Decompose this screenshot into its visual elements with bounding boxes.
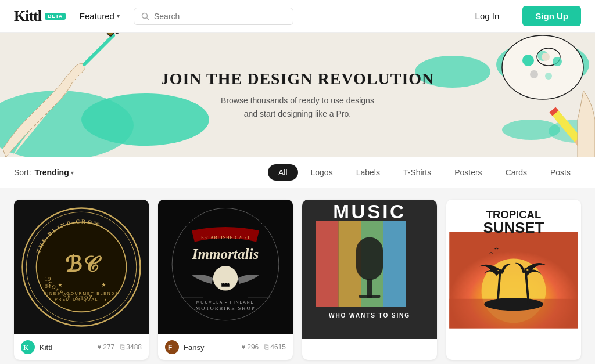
svg-point-5 bbox=[114, 33, 124, 34]
svg-text:★: ★ bbox=[101, 282, 106, 288]
search-bar bbox=[134, 8, 293, 25]
featured-menu-button[interactable]: Featured ▾ bbox=[80, 11, 120, 21]
card-1-copies: ⎘ 3488 bbox=[120, 343, 142, 351]
copy-icon-2: ⎘ bbox=[264, 343, 268, 351]
card-1-image: THE BLIND CROW COFFEE SHOP ℬ𝒞 19 84 ★ ★ … bbox=[14, 200, 149, 334]
cards-grid: THE BLIND CROW COFFEE SHOP ℬ𝒞 19 84 ★ ★ … bbox=[0, 188, 595, 364]
svg-text:★: ★ bbox=[58, 282, 63, 288]
card-4-footer bbox=[446, 339, 581, 351]
filter-tab-logos[interactable]: Logos bbox=[300, 164, 343, 181]
filter-bar: Sort: Trending ▾ All Logos Labels T-Shir… bbox=[0, 157, 595, 188]
svg-text:84: 84 bbox=[45, 283, 51, 289]
copy-icon: ⎘ bbox=[120, 343, 124, 351]
svg-point-17 bbox=[530, 70, 538, 78]
svg-text:MOTORBIKE SHOP: MOTORBIKE SHOP bbox=[196, 305, 256, 311]
login-button[interactable]: Log In bbox=[466, 6, 509, 26]
svg-text:WHO WANTS TO SING: WHO WANTS TO SING bbox=[329, 312, 410, 319]
svg-text:MOUVELA  •  FINLAND: MOUVELA • FINLAND bbox=[196, 300, 255, 304]
svg-line-3 bbox=[84, 35, 113, 64]
svg-rect-51 bbox=[316, 221, 339, 307]
card-1-author: Kittl bbox=[40, 343, 92, 352]
card-2-copies: ⎘ 4615 bbox=[264, 343, 286, 351]
svg-text:F: F bbox=[168, 344, 172, 352]
header: Kittl BETA Featured ▾ Log In Sign Up bbox=[0, 0, 595, 33]
hero-title: JOIN THE DESIGN REVOLUTION bbox=[161, 70, 435, 88]
search-input[interactable] bbox=[154, 12, 286, 21]
sort-value[interactable]: Trending bbox=[35, 168, 69, 177]
heart-icon-2: ♥ bbox=[241, 343, 245, 351]
svg-text:TROPICAL: TROPICAL bbox=[486, 208, 541, 221]
filter-tab-tshirts[interactable]: T-Shirts bbox=[393, 164, 442, 181]
card-2-image: ESTABLISHED 2021 Immortalis MOUVELA • FI… bbox=[158, 200, 293, 334]
beta-badge: BETA bbox=[45, 13, 66, 20]
svg-text:FINEST GOURMET BLENDS: FINEST GOURMET BLENDS bbox=[44, 291, 119, 295]
svg-rect-55 bbox=[356, 237, 383, 280]
featured-chevron-icon: ▾ bbox=[117, 13, 120, 19]
card-1-stats: ♥ 277 ⎘ 3488 bbox=[97, 343, 142, 351]
hero-subtitle-line2: and start designing like a Pro. bbox=[244, 109, 351, 118]
card-4[interactable]: TROPICAL SUNSET bbox=[446, 200, 581, 360]
svg-point-64 bbox=[484, 298, 543, 311]
filter-tab-posts[interactable]: Posts bbox=[540, 164, 581, 181]
svg-text:PREMIUM  QUALITY: PREMIUM QUALITY bbox=[55, 297, 108, 302]
svg-rect-56 bbox=[367, 279, 372, 298]
card-3-image: MUSIC WHO WANTS TO SING bbox=[302, 200, 437, 339]
svg-text:19: 19 bbox=[45, 276, 51, 282]
svg-text:ℬ𝒞: ℬ𝒞 bbox=[65, 253, 102, 276]
heart-icon: ♥ bbox=[97, 343, 101, 351]
featured-label: Featured bbox=[80, 11, 114, 21]
svg-point-14 bbox=[522, 55, 534, 66]
card-2-likes: ♥ 296 bbox=[241, 343, 259, 351]
card-2-avatar: F bbox=[165, 340, 179, 354]
svg-text:Immortalis: Immortalis bbox=[192, 246, 259, 262]
svg-line-1 bbox=[146, 17, 149, 20]
svg-point-9 bbox=[34, 125, 36, 127]
logo-text: Kittl bbox=[14, 8, 41, 25]
card-2-stats: ♥ 296 ⎘ 4615 bbox=[241, 343, 286, 351]
svg-text:MUSIC: MUSIC bbox=[333, 201, 406, 222]
card-2-footer: F Fansy ♥ 296 ⎘ 4615 bbox=[158, 334, 293, 360]
filter-tab-posters[interactable]: Posters bbox=[444, 164, 492, 181]
card-1-footer: K Kittl ♥ 277 ⎘ 3488 bbox=[14, 334, 149, 360]
svg-point-19 bbox=[542, 53, 550, 61]
card-4-image: TROPICAL SUNSET bbox=[446, 200, 581, 339]
svg-rect-57 bbox=[359, 295, 381, 298]
search-icon bbox=[141, 12, 149, 20]
filter-tab-cards[interactable]: Cards bbox=[495, 164, 537, 181]
svg-text:ESTABLISHED 2021: ESTABLISHED 2021 bbox=[201, 235, 250, 240]
svg-text:K: K bbox=[23, 344, 29, 352]
hero-content: JOIN THE DESIGN REVOLUTION Browse thousa… bbox=[161, 70, 435, 120]
hero-subtitle-line1: Browse thousands of ready to use designs bbox=[221, 96, 374, 105]
filter-tabs: All Logos Labels T-Shirts Posters Cards … bbox=[268, 164, 581, 181]
svg-text:SUNSET: SUNSET bbox=[483, 219, 544, 236]
svg-point-12 bbox=[502, 35, 583, 99]
svg-point-6 bbox=[40, 119, 42, 121]
card-3-footer bbox=[302, 339, 437, 351]
svg-point-18 bbox=[545, 73, 552, 80]
sort-chevron-icon: ▾ bbox=[71, 170, 74, 176]
hero-illustration-left bbox=[0, 33, 134, 157]
svg-point-2 bbox=[0, 91, 134, 157]
svg-point-7 bbox=[46, 113, 48, 115]
hero-banner: JOIN THE DESIGN REVOLUTION Browse thousa… bbox=[0, 33, 595, 157]
svg-rect-54 bbox=[383, 221, 406, 307]
sort-label: Sort: bbox=[14, 168, 31, 177]
signup-button[interactable]: Sign Up bbox=[522, 6, 581, 26]
card-1-avatar: K bbox=[21, 340, 35, 354]
card-2-author: Fansy bbox=[184, 343, 236, 352]
svg-point-16 bbox=[553, 57, 562, 66]
card-3[interactable]: MUSIC WHO WANTS TO SING bbox=[302, 200, 437, 360]
filter-tab-labels[interactable]: Labels bbox=[346, 164, 390, 181]
card-1[interactable]: THE BLIND CROW COFFEE SHOP ℬ𝒞 19 84 ★ ★ … bbox=[14, 200, 149, 360]
filter-tab-all[interactable]: All bbox=[268, 164, 298, 181]
hero-subtitle: Browse thousands of ready to use designs… bbox=[161, 94, 435, 120]
card-2[interactable]: ESTABLISHED 2021 Immortalis MOUVELA • FI… bbox=[158, 200, 293, 360]
svg-point-8 bbox=[52, 109, 53, 110]
logo[interactable]: Kittl BETA bbox=[14, 8, 66, 25]
hero-illustration-right bbox=[438, 33, 595, 157]
card-1-likes: ♥ 277 bbox=[97, 343, 114, 351]
